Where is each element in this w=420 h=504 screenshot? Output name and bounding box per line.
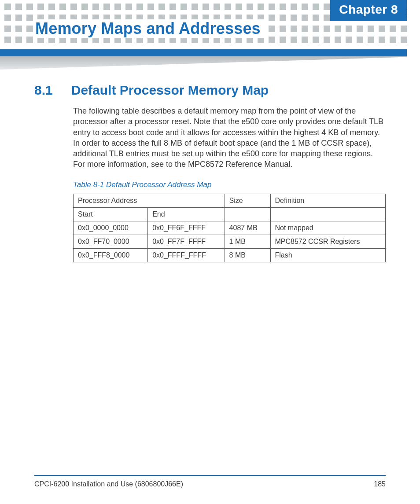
cell-definition: Not mapped bbox=[270, 221, 385, 235]
cell-end: 0x0_FF7F_FFFF bbox=[148, 235, 225, 248]
table-row: 0x0_FFF8_0000 0x0_FFFF_FFFF 8 MB Flash bbox=[74, 248, 386, 262]
page-title: Memory Maps and Addresses bbox=[34, 19, 267, 38]
cell-definition: Flash bbox=[270, 248, 385, 262]
header-blue-bar bbox=[0, 49, 407, 56]
cell-end: 0x0_FFFF_FFFF bbox=[148, 248, 225, 262]
cell-start: 0x0_0000_0000 bbox=[74, 221, 148, 235]
page-header: Chapter 8 Memory Maps and Addresses bbox=[0, 0, 420, 70]
footer-doc-title: CPCI-6200 Installation and Use (6806800J… bbox=[34, 480, 183, 488]
table-header-row: Processor Address Size Definition bbox=[74, 194, 386, 207]
col-header-definition: Definition bbox=[270, 194, 385, 207]
footer-divider bbox=[34, 475, 386, 476]
address-map-table: Processor Address Size Definition Start … bbox=[73, 194, 386, 262]
empty-cell bbox=[225, 207, 270, 221]
cell-start: 0x0_FF70_0000 bbox=[74, 235, 148, 248]
page-footer: CPCI-6200 Installation and Use (6806800J… bbox=[34, 475, 386, 488]
cell-size: 4087 MB bbox=[225, 221, 270, 235]
cell-size: 1 MB bbox=[225, 235, 270, 248]
cell-size: 8 MB bbox=[225, 248, 270, 262]
section-heading: 8.1 Default Processor Memory Map bbox=[34, 83, 386, 98]
table-subheader-row: Start End bbox=[74, 207, 386, 221]
table-row: 0x0_0000_0000 0x0_FF6F_FFFF 4087 MB Not … bbox=[74, 221, 386, 235]
main-content: 8.1 Default Processor Memory Map The fol… bbox=[34, 83, 386, 262]
section-number: 8.1 bbox=[34, 83, 53, 98]
table-row: 0x0_FF70_0000 0x0_FF7F_FFFF 1 MB MPC8572… bbox=[74, 235, 386, 248]
cell-end: 0x0_FF6F_FFFF bbox=[148, 221, 225, 235]
section-title: Default Processor Memory Map bbox=[71, 83, 269, 98]
chapter-badge: Chapter 8 bbox=[330, 0, 407, 21]
cell-definition: MPC8572 CCSR Registers bbox=[270, 235, 385, 248]
footer-page-number: 185 bbox=[374, 480, 386, 488]
col-header-processor-address: Processor Address bbox=[74, 194, 225, 207]
col-header-size: Size bbox=[225, 194, 270, 207]
empty-cell bbox=[270, 207, 385, 221]
header-grey-underline bbox=[0, 56, 407, 70]
col-subheader-end: End bbox=[148, 207, 225, 221]
section-paragraph: The following table describes a default … bbox=[73, 106, 386, 170]
cell-start: 0x0_FFF8_0000 bbox=[74, 248, 148, 262]
col-subheader-start: Start bbox=[74, 207, 148, 221]
table-caption: Table 8-1 Default Processor Address Map bbox=[73, 180, 386, 189]
